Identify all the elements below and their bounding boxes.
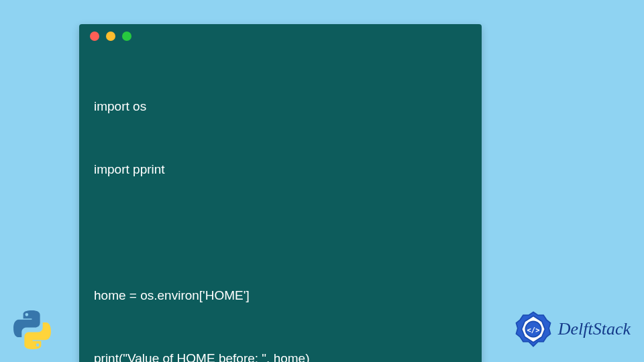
minimize-icon[interactable] bbox=[106, 32, 115, 41]
maximize-icon[interactable] bbox=[122, 32, 131, 41]
code-line: import os bbox=[94, 96, 467, 117]
python-logo-icon bbox=[11, 308, 54, 351]
svg-text:</>: </> bbox=[527, 326, 539, 334]
code-line: home = os.environ['HOME'] bbox=[94, 285, 467, 306]
brand-name: DelftStack bbox=[558, 319, 631, 339]
close-icon[interactable] bbox=[90, 32, 99, 41]
code-line bbox=[94, 222, 467, 243]
window-titlebar bbox=[79, 24, 482, 48]
code-window: import os import pprint home = os.enviro… bbox=[79, 24, 482, 362]
brand: </> DelftStack bbox=[514, 310, 631, 349]
code-line: print("Value of HOME before: ", home) bbox=[94, 348, 467, 362]
brand-logo-icon: </> bbox=[514, 310, 553, 349]
code-body: import os import pprint home = os.enviro… bbox=[79, 48, 482, 362]
code-line: import pprint bbox=[94, 159, 467, 180]
